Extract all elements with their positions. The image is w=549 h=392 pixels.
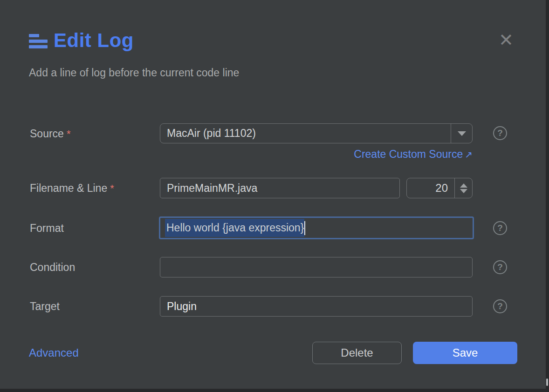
filename-input[interactable]: PrimeMainMR.java — [160, 178, 400, 198]
scrollbar-thumb[interactable] — [546, 378, 548, 386]
condition-input[interactable] — [160, 257, 473, 277]
window-edge-bottom — [0, 389, 549, 392]
delete-button[interactable]: Delete — [312, 342, 402, 364]
line-number-value[interactable]: 20 — [407, 178, 454, 198]
required-marker: * — [67, 128, 71, 140]
external-link-icon: ↗ — [465, 149, 473, 160]
chevron-down-icon — [458, 131, 466, 136]
text-caret — [304, 221, 305, 235]
source-dropdown-button[interactable] — [451, 124, 472, 143]
condition-help-icon[interactable]: ? — [493, 260, 507, 274]
dialog-subtitle: Add a line of log before the current cod… — [29, 67, 239, 79]
required-marker: * — [110, 182, 114, 194]
condition-label: Condition — [30, 261, 75, 274]
spinner-down-icon[interactable] — [460, 189, 467, 193]
stepper-arrows[interactable] — [454, 178, 472, 198]
source-label: Source* — [30, 128, 70, 140]
advanced-link[interactable]: Advanced — [29, 346, 79, 359]
target-help-icon[interactable]: ? — [493, 299, 507, 313]
target-label: Target — [30, 300, 60, 313]
log-icon — [29, 34, 48, 48]
page-title: Edit Log — [54, 29, 134, 52]
source-select-value[interactable]: MacAir (pid 11102) — [160, 124, 451, 143]
save-button[interactable]: Save — [413, 342, 517, 364]
close-icon[interactable]: ✕ — [495, 29, 517, 51]
format-input[interactable]: Hello world {java expression} — [159, 216, 474, 239]
target-input[interactable]: Plugin — [160, 296, 473, 317]
line-number-stepper[interactable]: 20 — [406, 178, 473, 198]
spinner-up-icon[interactable] — [460, 183, 467, 188]
source-help-icon[interactable]: ? — [493, 126, 507, 140]
format-input-selected-text: Hello world {java expression} — [165, 219, 304, 237]
window-edge-right — [546, 0, 549, 392]
source-select[interactable]: MacAir (pid 11102) — [160, 123, 473, 143]
format-label: Format — [30, 222, 64, 235]
create-custom-source-link[interactable]: Create Custom Source↗ — [354, 148, 473, 161]
format-help-icon[interactable]: ? — [493, 221, 507, 235]
filename-label: Filename & Line* — [30, 182, 114, 195]
